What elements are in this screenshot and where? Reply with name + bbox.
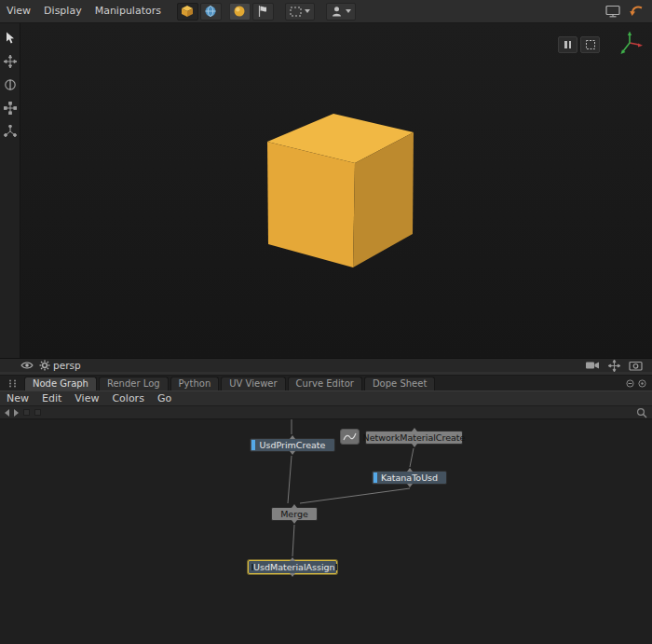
menu-edit[interactable]: Edit (35, 391, 68, 406)
display-monitor-icon[interactable] (604, 4, 621, 19)
eye-icon[interactable] (20, 360, 34, 371)
sphere-icon (232, 4, 247, 19)
gear-icon[interactable] (39, 360, 50, 371)
tabbar-right-icons (626, 379, 652, 391)
panel-tab-bar: Node Graph Render Log Python UV Viewer C… (0, 376, 652, 391)
sphere-button[interactable] (229, 3, 251, 21)
tab-dope-sheet[interactable]: Dope Sheet (364, 377, 435, 391)
tab-uv-viewer[interactable]: UV Viewer (221, 377, 285, 391)
shaded-cube-icon (180, 4, 195, 19)
wire-katanatousd-to-merge (300, 488, 410, 503)
node-label: UsdMaterialAssign (253, 562, 335, 572)
menu-manipulators[interactable]: Manipulators (88, 0, 168, 22)
node-katanatousd[interactable]: KatanaToUsd (372, 471, 447, 485)
tab-render-log[interactable]: Render Log (99, 377, 169, 391)
shaded-cube-button[interactable] (177, 3, 198, 21)
top-menubar: View Display Manipulators (0, 0, 652, 23)
node-label: UsdPrimCreate (260, 440, 326, 450)
wire-usdprimcreate-to-merge (288, 456, 292, 503)
tab-grip-icon[interactable] (0, 379, 24, 391)
film-camera-icon[interactable] (585, 360, 600, 371)
playback-buttons (558, 36, 600, 53)
menu-new[interactable]: New (0, 391, 35, 406)
pause-button[interactable] (558, 36, 577, 53)
katana-window: View Display Manipulators (0, 0, 652, 644)
viewport-3d[interactable] (0, 23, 652, 358)
menu-colors[interactable]: Colors (105, 391, 150, 406)
node-graph-nav-strip (0, 406, 652, 419)
tab-curve-editor[interactable]: Curve Editor (288, 377, 362, 391)
photo-camera-icon[interactable] (629, 360, 643, 371)
node-wires (0, 419, 652, 644)
node-graph-canvas[interactable]: UsdPrimCreate NetworkMaterialCreate Kata… (0, 419, 652, 644)
menu-view[interactable]: View (0, 0, 37, 22)
pause-icon (569, 41, 572, 48)
node-accent-bar (251, 440, 255, 450)
globe-icon (203, 4, 218, 19)
node-usdmaterialassign[interactable]: UsdMaterialAssign (248, 560, 337, 574)
tab-node-graph[interactable]: Node Graph (24, 377, 97, 391)
node-usdprimcreate[interactable]: UsdPrimCreate (250, 438, 335, 452)
search-icon[interactable] (636, 407, 647, 418)
undo-orange-arrow-icon[interactable] (629, 4, 645, 19)
tab-python[interactable]: Python (170, 377, 220, 391)
frame-button[interactable] (580, 36, 600, 53)
viewport-status-right-icons (585, 360, 652, 372)
node-networkmaterialcreate[interactable]: NetworkMaterialCreate (365, 431, 463, 445)
cube-front-face (267, 142, 355, 267)
tab-target-icon[interactable] (638, 379, 646, 388)
nav-forward-icon[interactable] (14, 409, 19, 417)
menu-display[interactable]: Display (37, 0, 88, 22)
node-accent-bar (374, 473, 377, 483)
menu-ng-view[interactable]: View (68, 391, 105, 406)
camera-name-label[interactable]: persp (53, 360, 81, 371)
bookmark-slot[interactable] (34, 409, 41, 416)
wire-networkmaterialcreate-to-katanatousd (410, 448, 414, 467)
axis-gizmo[interactable] (615, 30, 645, 60)
bookmark-slot[interactable] (23, 409, 30, 416)
user-mode-button[interactable] (326, 3, 356, 21)
node-graph-menubar: New Edit View Colors Go (0, 391, 652, 406)
viewer-toolbar (177, 3, 356, 21)
node-label: NetworkMaterialCreate (363, 432, 466, 443)
menu-go[interactable]: Go (151, 391, 178, 406)
flag-button[interactable] (252, 3, 274, 21)
node-label: Merge (280, 509, 308, 519)
chevron-down-icon (305, 9, 310, 13)
nav-back-icon[interactable] (5, 409, 9, 417)
globe-button[interactable] (200, 3, 222, 21)
chevron-down-icon (346, 9, 351, 13)
marquee-select-button[interactable] (285, 3, 315, 21)
menubar-right-icons (604, 4, 652, 19)
material-output-square (335, 564, 337, 570)
user-icon (330, 5, 344, 19)
marquee-select-icon (289, 5, 303, 19)
wire-merge-to-usdmaterialassign (292, 525, 294, 556)
tab-options-icon[interactable] (626, 379, 634, 388)
cube-geometry (0, 23, 652, 358)
node-label: KatanaToUsd (381, 473, 438, 483)
shading-network-icon[interactable] (340, 429, 360, 445)
node-merge[interactable]: Merge (271, 507, 318, 521)
pause-icon (564, 41, 567, 48)
pan-arrows-icon[interactable] (608, 360, 620, 372)
viewport-status-bar: persp (0, 358, 652, 372)
frame-icon (585, 39, 596, 50)
flag-icon (255, 4, 270, 19)
